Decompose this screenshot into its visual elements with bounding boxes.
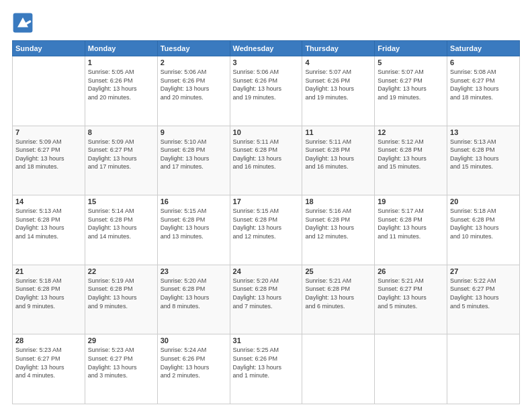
calendar-cell (447, 334, 520, 404)
col-header-friday: Friday (375, 41, 447, 56)
calendar-cell: 11Sunrise: 5:11 AM Sunset: 6:28 PM Dayli… (302, 126, 375, 195)
day-info: Sunrise: 5:09 AM Sunset: 6:27 PM Dayligh… (15, 138, 82, 171)
day-info: Sunrise: 5:20 AM Sunset: 6:28 PM Dayligh… (161, 277, 227, 310)
day-info: Sunrise: 5:11 AM Sunset: 6:28 PM Dayligh… (305, 138, 371, 171)
day-info: Sunrise: 5:21 AM Sunset: 6:28 PM Dayligh… (305, 277, 371, 310)
day-info: Sunrise: 5:09 AM Sunset: 6:27 PM Dayligh… (88, 138, 154, 171)
calendar-cell: 6Sunrise: 5:08 AM Sunset: 6:27 PM Daylig… (447, 56, 520, 126)
day-number: 19 (378, 197, 444, 205)
day-info: Sunrise: 5:10 AM Sunset: 6:28 PM Dayligh… (161, 138, 227, 171)
calendar-cell: 24Sunrise: 5:20 AM Sunset: 6:28 PM Dayli… (230, 265, 302, 334)
logo (12, 12, 36, 34)
col-header-sunday: Sunday (13, 41, 85, 56)
day-info: Sunrise: 5:23 AM Sunset: 6:27 PM Dayligh… (88, 346, 154, 379)
calendar-cell: 3Sunrise: 5:06 AM Sunset: 6:26 PM Daylig… (230, 56, 302, 126)
calendar-cell: 27Sunrise: 5:22 AM Sunset: 6:27 PM Dayli… (447, 265, 520, 334)
day-number: 5 (378, 58, 444, 66)
calendar-cell (375, 334, 447, 404)
day-info: Sunrise: 5:15 AM Sunset: 6:28 PM Dayligh… (233, 207, 300, 240)
day-info: Sunrise: 5:18 AM Sunset: 6:28 PM Dayligh… (450, 207, 517, 240)
calendar-cell: 26Sunrise: 5:21 AM Sunset: 6:27 PM Dayli… (375, 265, 447, 334)
day-info: Sunrise: 5:24 AM Sunset: 6:26 PM Dayligh… (161, 346, 227, 379)
day-info: Sunrise: 5:25 AM Sunset: 6:26 PM Dayligh… (233, 346, 300, 379)
day-info: Sunrise: 5:19 AM Sunset: 6:28 PM Dayligh… (88, 277, 154, 310)
calendar-table: SundayMondayTuesdayWednesdayThursdayFrid… (12, 40, 520, 404)
day-number: 10 (233, 128, 300, 136)
calendar-cell: 23Sunrise: 5:20 AM Sunset: 6:28 PM Dayli… (157, 265, 230, 334)
calendar-cell: 21Sunrise: 5:18 AM Sunset: 6:28 PM Dayli… (13, 265, 85, 334)
day-number: 7 (15, 128, 82, 136)
header (12, 12, 520, 34)
day-number: 2 (161, 58, 227, 66)
calendar-cell: 29Sunrise: 5:23 AM Sunset: 6:27 PM Dayli… (85, 334, 157, 404)
day-number: 3 (233, 58, 300, 66)
calendar-cell: 18Sunrise: 5:16 AM Sunset: 6:28 PM Dayli… (302, 195, 375, 265)
day-number: 6 (450, 58, 517, 66)
logo-icon (12, 12, 34, 34)
calendar-cell: 16Sunrise: 5:15 AM Sunset: 6:28 PM Dayli… (157, 195, 230, 265)
calendar-cell: 20Sunrise: 5:18 AM Sunset: 6:28 PM Dayli… (447, 195, 520, 265)
day-number: 1 (88, 58, 154, 66)
calendar-cell: 4Sunrise: 5:07 AM Sunset: 6:26 PM Daylig… (302, 56, 375, 126)
day-info: Sunrise: 5:11 AM Sunset: 6:28 PM Dayligh… (233, 138, 300, 171)
day-number: 17 (233, 197, 300, 205)
calendar-cell: 22Sunrise: 5:19 AM Sunset: 6:28 PM Dayli… (85, 265, 157, 334)
calendar-cell: 7Sunrise: 5:09 AM Sunset: 6:27 PM Daylig… (13, 126, 85, 195)
day-info: Sunrise: 5:13 AM Sunset: 6:28 PM Dayligh… (450, 138, 517, 171)
day-number: 22 (88, 267, 154, 275)
week-row-3: 14Sunrise: 5:13 AM Sunset: 6:28 PM Dayli… (13, 195, 520, 265)
day-info: Sunrise: 5:05 AM Sunset: 6:26 PM Dayligh… (88, 68, 154, 101)
day-number: 30 (161, 336, 227, 345)
calendar-cell: 5Sunrise: 5:07 AM Sunset: 6:27 PM Daylig… (375, 56, 447, 126)
day-number: 8 (88, 128, 154, 136)
day-number: 11 (305, 128, 371, 136)
week-row-2: 7Sunrise: 5:09 AM Sunset: 6:27 PM Daylig… (13, 126, 520, 195)
day-info: Sunrise: 5:21 AM Sunset: 6:27 PM Dayligh… (378, 277, 444, 310)
day-number: 4 (305, 58, 371, 66)
calendar-cell (302, 334, 375, 404)
day-info: Sunrise: 5:23 AM Sunset: 6:27 PM Dayligh… (15, 346, 82, 379)
calendar-cell (13, 56, 85, 126)
col-header-monday: Monday (85, 41, 157, 56)
day-number: 24 (233, 267, 300, 275)
day-info: Sunrise: 5:20 AM Sunset: 6:28 PM Dayligh… (233, 277, 300, 310)
calendar-cell: 19Sunrise: 5:17 AM Sunset: 6:28 PM Dayli… (375, 195, 447, 265)
calendar-cell: 25Sunrise: 5:21 AM Sunset: 6:28 PM Dayli… (302, 265, 375, 334)
day-number: 12 (378, 128, 444, 136)
col-header-thursday: Thursday (302, 41, 375, 56)
week-row-4: 21Sunrise: 5:18 AM Sunset: 6:28 PM Dayli… (13, 265, 520, 334)
day-info: Sunrise: 5:06 AM Sunset: 6:26 PM Dayligh… (161, 68, 227, 101)
day-info: Sunrise: 5:07 AM Sunset: 6:27 PM Dayligh… (378, 68, 444, 101)
day-number: 27 (450, 267, 517, 275)
calendar-cell: 15Sunrise: 5:14 AM Sunset: 6:28 PM Dayli… (85, 195, 157, 265)
day-number: 21 (15, 267, 82, 275)
day-number: 20 (450, 197, 517, 205)
day-info: Sunrise: 5:22 AM Sunset: 6:27 PM Dayligh… (450, 277, 517, 310)
day-number: 13 (450, 128, 517, 136)
calendar-cell: 8Sunrise: 5:09 AM Sunset: 6:27 PM Daylig… (85, 126, 157, 195)
day-info: Sunrise: 5:12 AM Sunset: 6:28 PM Dayligh… (378, 138, 444, 171)
day-number: 28 (15, 336, 82, 345)
day-info: Sunrise: 5:08 AM Sunset: 6:27 PM Dayligh… (450, 68, 517, 101)
day-number: 31 (233, 336, 300, 345)
calendar-cell: 2Sunrise: 5:06 AM Sunset: 6:26 PM Daylig… (157, 56, 230, 126)
col-header-tuesday: Tuesday (157, 41, 230, 56)
day-number: 15 (88, 197, 154, 205)
calendar-cell: 1Sunrise: 5:05 AM Sunset: 6:26 PM Daylig… (85, 56, 157, 126)
calendar-cell: 30Sunrise: 5:24 AM Sunset: 6:26 PM Dayli… (157, 334, 230, 404)
col-header-wednesday: Wednesday (230, 41, 302, 56)
days-header-row: SundayMondayTuesdayWednesdayThursdayFrid… (13, 41, 520, 56)
day-number: 26 (378, 267, 444, 275)
day-info: Sunrise: 5:17 AM Sunset: 6:28 PM Dayligh… (378, 207, 444, 240)
calendar-cell: 9Sunrise: 5:10 AM Sunset: 6:28 PM Daylig… (157, 126, 230, 195)
calendar-cell: 14Sunrise: 5:13 AM Sunset: 6:28 PM Dayli… (13, 195, 85, 265)
col-header-saturday: Saturday (447, 41, 520, 56)
calendar-cell: 28Sunrise: 5:23 AM Sunset: 6:27 PM Dayli… (13, 334, 85, 404)
day-number: 9 (161, 128, 227, 136)
day-info: Sunrise: 5:16 AM Sunset: 6:28 PM Dayligh… (305, 207, 371, 240)
calendar-cell: 31Sunrise: 5:25 AM Sunset: 6:26 PM Dayli… (230, 334, 302, 404)
day-info: Sunrise: 5:14 AM Sunset: 6:28 PM Dayligh… (88, 207, 154, 240)
day-number: 18 (305, 197, 371, 205)
calendar-cell: 13Sunrise: 5:13 AM Sunset: 6:28 PM Dayli… (447, 126, 520, 195)
page: SundayMondayTuesdayWednesdayThursdayFrid… (0, 0, 532, 411)
